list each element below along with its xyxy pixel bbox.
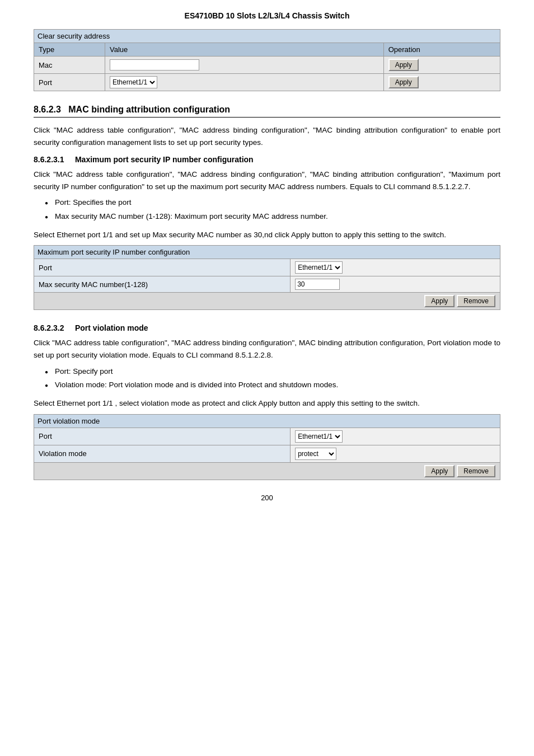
col-type-header: Type [34, 43, 105, 57]
section-86231-intro: Click "MAC address table configuration",… [34, 168, 500, 192]
port-violation-remove-button[interactable]: Remove [457, 465, 495, 477]
section-86232-title: Port violation mode [75, 323, 148, 332]
section-862-heading: 8.6.2.3 MAC binding attribution configur… [34, 105, 500, 118]
page-title: ES4710BD 10 Slots L2/L3/L4 Chassis Switc… [185, 11, 350, 20]
row-mac-type: Mac [34, 57, 105, 74]
port-select-max[interactable]: Ethernet1/1 Ethernet1/2 [295, 261, 343, 274]
port-apply-button[interactable]: Apply [388, 76, 419, 88]
clear-security-title: Clear security address [34, 30, 500, 43]
section-862-intro: Click "MAC address table configuration",… [34, 124, 500, 148]
port-violation-port-label: Port [34, 428, 291, 445]
section-86231-bullets: Port: Specifies the port Max security MA… [45, 197, 500, 222]
section-86232-select-text: Select Ethernet port 1/1 , select violat… [34, 397, 500, 410]
port-select-clear[interactable]: Ethernet1/1 Ethernet1/2 [110, 76, 157, 88]
section-86232-number: 8.6.2.3.2 [34, 323, 64, 332]
max-port-security-table: Maximum port security IP number configur… [34, 245, 500, 310]
max-port-apply-button[interactable]: Apply [424, 295, 455, 307]
port-select-violation[interactable]: Ethernet1/1 Ethernet1/2 [295, 430, 343, 443]
port-control: Ethernet1/1 Ethernet1/2 [291, 259, 500, 276]
page-header: ES4710BD 10 Slots L2/L3/L4 Chassis Switc… [34, 11, 500, 20]
mac-apply-button[interactable]: Apply [388, 59, 419, 71]
port-violation-port-control: Ethernet1/1 Ethernet1/2 [291, 428, 500, 445]
page-number: 200 [34, 494, 500, 502]
max-mac-control [291, 276, 500, 293]
col-operation-header: Operation [383, 43, 500, 57]
violation-mode-control: protect shutdown [291, 445, 500, 462]
port-violation-action-row: Apply Remove [34, 462, 500, 480]
violation-mode-select[interactable]: protect shutdown [295, 448, 336, 460]
max-port-action-row: Apply Remove [34, 293, 500, 310]
section-86231-number: 8.6.2.3.1 [34, 155, 64, 164]
section-86231-title: Maximum port security IP number configur… [75, 155, 254, 164]
section-86231-select-text: Select Ethernet port 1/1 and set up Max … [34, 229, 500, 241]
port-violation-apply-button[interactable]: Apply [424, 465, 455, 477]
row-mac-value-cell [105, 57, 384, 74]
bullet-item: Port: Specifies the port [45, 197, 500, 208]
port-violation-table: Port violation mode Port Ethernet1/1 Eth… [34, 414, 500, 480]
col-value-header: Value [105, 43, 384, 57]
section-862-title: MAC binding attribution configuration [68, 105, 230, 114]
max-port-table-title: Maximum port security IP number configur… [34, 246, 500, 259]
row-port-type: Port [34, 74, 105, 91]
violation-mode-label: Violation mode [34, 445, 291, 462]
max-mac-input[interactable] [295, 279, 340, 290]
row-mac-operation: Apply [383, 57, 500, 74]
section-86231-heading: 8.6.2.3.1 Maximum port security IP numbe… [34, 155, 500, 164]
row-port-value-cell: Ethernet1/1 Ethernet1/2 [105, 74, 384, 91]
bullet-item: Violation mode: Port violation mode and … [45, 379, 500, 391]
bullet-item: Max security MAC number (1-128): Maximum… [45, 211, 500, 222]
max-mac-label: Max security MAC number(1-128) [34, 276, 291, 293]
mac-address-input[interactable] [110, 59, 199, 71]
port-label: Port [34, 259, 291, 276]
section-862-number: 8.6.2.3 [34, 105, 61, 114]
section-86232-bullets: Port: Specify port Violation mode: Port … [45, 366, 500, 391]
section-86232-intro: Click "MAC address table configuration",… [34, 337, 500, 361]
bullet-item: Port: Specify port [45, 366, 500, 377]
clear-security-table: Clear security address Type Value Operat… [34, 29, 500, 91]
section-86232-heading: 8.6.2.3.2 Port violation mode [34, 323, 500, 332]
row-port-operation: Apply [383, 74, 500, 91]
port-violation-table-title: Port violation mode [34, 414, 500, 428]
max-port-remove-button[interactable]: Remove [457, 295, 495, 307]
